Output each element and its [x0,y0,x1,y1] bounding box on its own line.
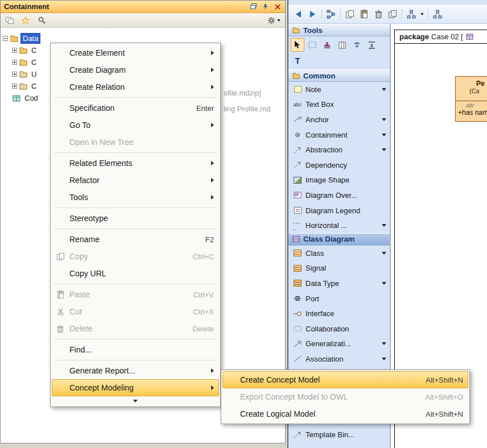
tree-item-label[interactable]: U [30,69,38,79]
layout-dropdown-arrow-icon[interactable] [420,13,424,15]
float-window-icon[interactable] [249,2,258,11]
dropdown-arrow-icon[interactable] [382,342,386,345]
expand-plus-icon[interactable] [12,84,17,89]
favorites-star-icon[interactable] [21,16,30,25]
palette-item-text-box[interactable]: abc Text Box [288,97,390,113]
dropdown-arrow-icon[interactable] [382,282,386,285]
tree-item-label[interactable]: C [30,57,38,67]
data-type-icon [293,279,302,288]
submenu-item-create-concept-model[interactable]: Create Concept Model Alt+Shift+N [222,371,468,388]
tree-item-label[interactable]: C [30,81,38,91]
palette-item-interface[interactable]: Interface [288,306,390,321]
menu-item-related-elements[interactable]: Related Elements [52,155,219,172]
menu-item-label: Go To [69,121,208,130]
palette-item-generalization[interactable]: Generalizati... [288,337,390,352]
stamp-tool-button[interactable] [320,38,334,52]
close-icon[interactable] [273,2,282,11]
palette-item-horizontal-separator[interactable]: ---- Horizontal ... [288,218,390,233]
menu-item-create-diagram[interactable]: Create Diagram [52,61,219,78]
palette-item-diagram-overview[interactable]: Diagram Over... [288,188,390,203]
duplicate-button[interactable] [387,9,398,19]
align-tool-button[interactable] [350,38,364,52]
text-tool-button[interactable]: T [291,53,304,67]
dropdown-arrow-icon[interactable] [382,118,386,121]
menu-item-stereotype[interactable]: Stereotype [52,210,219,227]
menu-item-open-in-new-tree: Open in New Tree [52,134,219,151]
submenu-item-create-logical-model[interactable]: Create Logical Model Alt+Shift+N [222,405,468,422]
palette-item-signal[interactable]: Signal [288,261,390,276]
palette-section-title: Class Diagram [303,235,354,243]
package-header: package Case 02 [ [394,30,487,44]
dropdown-arrow-icon[interactable] [382,252,386,255]
menu-item-label: Specification [69,103,193,113]
submenu-arrow-icon [211,68,214,72]
dropdown-arrow-icon[interactable] [382,358,386,360]
copy-button[interactable] [345,9,355,19]
gear-icon[interactable] [267,16,276,25]
cut-scissors-icon [55,308,66,316]
delete-button[interactable] [373,9,383,19]
palette-item-note[interactable]: Note [288,82,390,97]
palette-item-anchor[interactable]: Anchor [288,112,390,127]
marquee-tool-button[interactable] [306,38,319,52]
palette-section-common[interactable]: Common [288,69,390,82]
palette-item-containment[interactable]: ⊕ Containment [288,127,390,143]
back-button[interactable] [293,9,303,19]
menu-item-create-relation[interactable]: Create Relation [52,78,219,96]
menu-item-concept-modeling[interactable]: Concept Modeling [52,379,219,396]
compress-tool-button[interactable] [365,38,378,52]
expand-plus-icon[interactable] [12,60,17,65]
palette-item-diagram-legend[interactable]: Diagram Legend [288,203,390,218]
palette-item-port[interactable]: Port [288,291,390,306]
paste-button[interactable] [359,9,369,19]
tools-button-row [288,36,390,53]
palette-item-template-binding[interactable]: Template Bin... [288,427,390,442]
class-element[interactable]: Pe (Ca attr +has name [455,76,487,122]
tree-item-label[interactable]: Data [20,33,40,44]
palette-item-class[interactable]: Class [288,246,390,261]
expand-plus-icon[interactable] [12,72,17,77]
menu-item-create-element[interactable]: Create Element [52,44,219,61]
expand-plus-icon[interactable] [12,48,17,53]
palette-item-collaboration[interactable]: Collaboration [288,321,390,337]
menu-item-tools[interactable]: Tools [52,189,219,206]
dropdown-arrow-icon[interactable] [382,224,386,227]
menu-item-copy-url[interactable]: Copy URL [52,265,219,282]
menu-item-refactor[interactable]: Refactor [52,172,219,189]
menu-item-generate-report[interactable]: Generate Report... [52,362,219,379]
pin-icon[interactable] [261,2,270,11]
anchor-icon [293,115,302,124]
palette-item-dependency[interactable]: Dependency [288,157,390,173]
tree-item-label[interactable]: C [30,45,38,55]
layout-tree-button[interactable] [432,9,443,19]
dropdown-arrow-icon[interactable] [382,148,386,151]
collapse-expander-icon[interactable] [3,36,8,41]
gear-dropdown-arrow-icon[interactable] [277,19,280,22]
layout-button[interactable] [406,9,416,19]
forward-button[interactable] [307,9,317,19]
palette-item-association[interactable]: Association [288,351,390,367]
palette-item-label: Interface [306,309,386,318]
menu-scroll-down[interactable] [52,396,219,405]
containment-tree-button[interactable] [326,9,336,19]
collapse-all-icon[interactable] [5,16,14,25]
palette-item-label: Class [306,249,378,258]
palette-section-tools[interactable]: Tools [288,24,390,36]
menu-item-rename[interactable]: Rename F2 [52,231,219,248]
palette-item-abstraction[interactable]: Abstraction [288,142,390,157]
search-icon[interactable] [37,16,46,25]
palette-section-class-diagram[interactable]: Class Diagram [288,233,390,246]
palette-item-data-type[interactable]: Data Type [288,276,390,291]
menu-item-label: Create Element [69,48,208,57]
selection-tool-button[interactable] [291,38,304,52]
dropdown-arrow-icon[interactable] [382,134,386,136]
tree-item-label[interactable]: Cod [23,93,40,103]
menu-item-specification[interactable]: Specification Enter [52,99,219,117]
palette-item-image-shape[interactable]: Image Shape [288,173,390,188]
menu-item-go-to[interactable]: Go To [52,117,219,134]
palette-item-label: Generalizati... [306,339,378,348]
dropdown-arrow-icon[interactable] [382,88,386,91]
submenu-arrow-icon [211,85,214,89]
swimlane-tool-button[interactable] [335,38,349,52]
menu-item-find[interactable]: Find... [52,341,219,358]
